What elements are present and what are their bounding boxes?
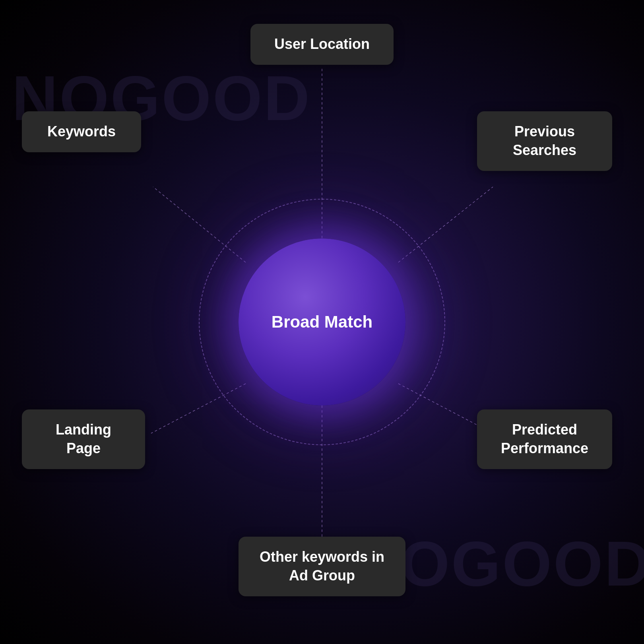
- box-keywords: Keywords: [22, 111, 141, 152]
- scene: NOGOOD NOGOOD Broad Match User Location …: [0, 0, 644, 644]
- center-label: Broad Match: [272, 312, 372, 332]
- box-previous-searches: PreviousSearches: [477, 111, 612, 171]
- box-predicted-performance: PredictedPerformance: [477, 409, 612, 469]
- box-user-location: User Location: [250, 24, 394, 65]
- center-circle: Broad Match: [239, 239, 405, 405]
- box-landing-page: LandingPage: [22, 409, 145, 469]
- box-other-keywords: Other keywords inAd Group: [239, 537, 405, 596]
